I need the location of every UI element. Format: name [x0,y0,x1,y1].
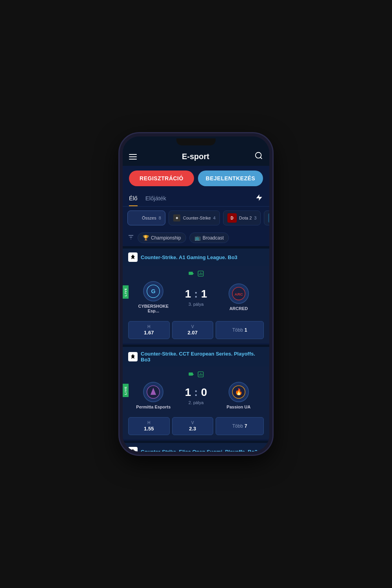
odd-h-label-1: H [147,325,150,329]
odd-v-label-2: V [191,421,194,425]
game-filter-dota[interactable]: D Dota 2 3 [223,211,261,225]
svg-text:G: G [151,288,156,294]
lol-icon: L [268,213,269,223]
notch [176,138,216,145]
filter-icon [127,234,134,242]
broadcast-label: Broadcast [203,235,224,241]
svg-marker-2 [256,194,262,201]
championship-label: Championship [151,235,181,241]
team2-2: 🔥 Passion UA [217,382,260,409]
stats-icon-2 [198,371,204,379]
score-1: 1 : 1 [185,288,207,300]
league-name-2: Counter-Strike. CCT European Series. Pla… [141,351,264,363]
svg-rect-18 [189,372,193,376]
svg-marker-9 [192,272,194,274]
teams-row-2: Permitta Esports 1 : 0 2. pálya [128,382,264,409]
cs-league-icon-1 [128,252,138,262]
tabs-container: Élő Előjáték [123,191,269,207]
odd-more-count-1: 1 [245,327,247,333]
login-button[interactable]: BEJELENTKEZÉS [198,171,263,186]
live-badge-2: LIVE [123,384,129,397]
odds-row-2: H 1.55 V 2.3 Több 7 [123,414,269,439]
search-icon[interactable] [254,151,263,162]
match-icons-1 [128,270,264,278]
odd-h-label-2: H [147,421,150,425]
team1-2: Permitta Esports [132,382,175,409]
app-title: E-sport [182,152,209,161]
league-header-2: Counter-Strike. CCT European Series. Pla… [123,347,269,367]
match-card-1: LIVE [123,266,269,318]
lightning-icon[interactable] [255,194,263,203]
team2-logo-2: 🔥 [229,382,249,402]
league-header-1: Counter-Strike. A1 Gaming League. Bo3 [123,249,269,266]
game-filter: Összes 8 ✦ Counter-Strike 4 D Dota 2 3 [123,207,269,229]
odd-h-2[interactable]: H 1.55 [128,417,170,435]
odd-v-value-2: 2.3 [189,426,196,432]
odd-more-count-2: 7 [245,423,247,429]
svg-text:🔥: 🔥 [235,388,243,396]
odds-row-1: H 1.67 V 2.07 Több 1 [123,318,269,343]
odd-more-label-1: Több [232,327,243,333]
broadcast-icon: 📺 [194,235,201,241]
cs-league-icon-3 [128,447,138,452]
phone-frame: E-sport REGISZTRÁCIÓ BEJELENTKEZÉS Élő E… [120,133,272,455]
odd-more-2[interactable]: Több 7 [216,417,264,435]
odd-v-value-1: 2.07 [188,330,198,336]
stream-icon-1 [188,270,194,278]
register-button[interactable]: REGISZTRÁCIÓ [129,171,194,186]
team2-name-1: ARCRED [229,306,248,311]
match-section-2: Counter-Strike. CCT European Series. Pla… [123,347,269,439]
team2-name-2: Passion UA [227,405,250,409]
svg-line-1 [260,157,262,159]
match-icons-2 [128,371,264,379]
stats-icon-1 [198,270,204,278]
league-header-3: Counter-Strike. Elisa Open Suomi. Playof… [123,443,269,452]
odd-h-value-1: 1.67 [144,330,154,336]
svg-marker-19 [192,373,194,375]
game-filter-cs[interactable]: ✦ Counter-Strike 4 [169,211,220,225]
category-championship[interactable]: 🏆 Championship [138,232,186,243]
game-filter-lol[interactable]: L League of Lege... 1 [264,211,269,225]
svg-point-0 [256,152,261,158]
category-filter: 🏆 Championship 📺 Broadcast [123,229,269,246]
tab-live[interactable]: Élő [129,191,138,206]
map-info-2: 2. pálya [189,400,204,405]
game-filter-all[interactable]: Összes 8 [127,211,165,225]
app-content: REGISZTRÁCIÓ BEJELENTKEZÉS Élő Előjáték … [123,166,269,452]
cs-icon: ✦ [173,214,181,222]
team2-1: ARC ARCRED [217,283,260,311]
team1-logo-1: G [143,281,163,301]
svg-text:ARC: ARC [234,292,243,296]
tab-pre[interactable]: Előjáték [145,191,166,206]
teams-row-1: G CYBERSHOKE Esp... 1 : 1 3. pálya [128,281,264,313]
championship-icon: 🏆 [143,235,149,241]
odd-h-value-2: 1.55 [144,426,154,432]
odd-more-1[interactable]: Több 1 [216,321,264,339]
odd-more-label-2: Több [232,423,243,429]
league-name-3: Counter-Strike. Elisa Open Suomi. Playof… [141,449,258,452]
all-game-icon [132,214,140,222]
svg-text:✦: ✦ [175,216,179,220]
app-header: E-sport [123,147,269,166]
score2-1: 1 [201,288,207,300]
odd-v-1[interactable]: V 2.07 [172,321,214,339]
cs-league-icon-2 [128,352,138,361]
status-bar [123,136,269,147]
match-card-2: LIVE [123,367,269,414]
team1-logo-2 [143,382,163,402]
team2-logo-1: ARC [229,283,249,304]
stream-icon-2 [188,371,194,379]
live-badge-1: LIVE [123,285,129,299]
dota-icon: D [227,213,237,223]
score2-2: 0 [201,386,207,399]
category-broadcast[interactable]: 📺 Broadcast [189,232,229,243]
team1-1: G CYBERSHOKE Esp... [132,281,175,313]
score-center-2: 1 : 0 2. pálya [175,386,218,405]
menu-button[interactable] [129,154,137,160]
team1-name-2: Permitta Esports [136,405,171,409]
match-section-1: Counter-Strike. A1 Gaming League. Bo3 LI… [123,249,269,343]
odd-h-1[interactable]: H 1.67 [128,321,170,339]
odd-v-2[interactable]: V 2.3 [172,417,214,435]
match-section-3: Counter-Strike. Elisa Open Suomi. Playof… [123,443,269,452]
map-info-1: 3. pálya [189,302,204,307]
